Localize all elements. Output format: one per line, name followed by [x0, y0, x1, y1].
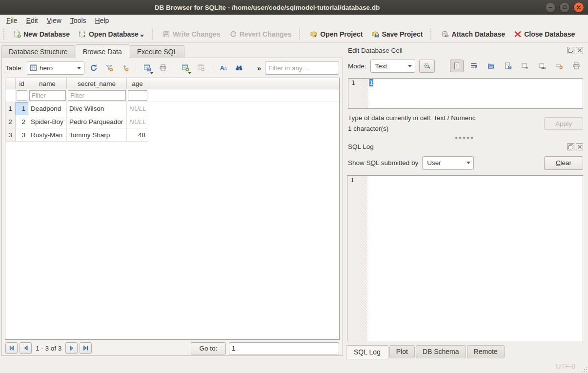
revert-changes-button[interactable]: Revert Changes — [226, 28, 295, 40]
copy-to-clipboard-button[interactable] — [518, 60, 532, 72]
sql-log-filter-arrow-icon[interactable] — [464, 157, 473, 169]
filter-input-id[interactable] — [17, 90, 27, 101]
close-button[interactable] — [573, 2, 584, 13]
menu-file[interactable]: File — [2, 16, 22, 25]
first-record-button[interactable] — [5, 342, 18, 354]
clear-filter-icon — [105, 64, 113, 72]
column-header-age[interactable]: age — [127, 78, 148, 89]
toolbar-overflow-chevron[interactable]: » — [257, 64, 261, 72]
tab-plot[interactable]: Plot — [389, 345, 415, 358]
tab-execute-sql[interactable]: Execute SQL — [130, 45, 185, 58]
grid-corner-header[interactable] — [5, 78, 16, 89]
save-table-button[interactable] — [141, 62, 154, 74]
word-wrap-button[interactable] — [467, 60, 481, 72]
column-header-id[interactable]: id — [16, 78, 28, 89]
attach-database-button[interactable]: Attach Database — [438, 28, 508, 40]
window-title: DB Browser for SQLite - /home/user/code/… — [0, 4, 534, 11]
goto-input[interactable] — [229, 342, 339, 354]
maximize-button[interactable] — [559, 2, 570, 13]
print-table-button[interactable] — [157, 62, 169, 74]
column-header-secret-name[interactable]: secret_name — [67, 78, 127, 89]
mode-select[interactable]: Text — [370, 60, 415, 73]
cell-secret-name[interactable]: Tommy Sharp — [67, 128, 127, 142]
print-cell-button[interactable] — [569, 60, 583, 72]
cell-age[interactable]: NULL — [127, 115, 148, 128]
tab-database-structure[interactable]: Database Structure — [1, 45, 75, 58]
delete-record-button[interactable] — [195, 62, 207, 74]
font-settings-button[interactable]: A A — [217, 62, 230, 74]
save-project-button[interactable]: Save Project — [368, 28, 426, 40]
filter-input-age[interactable] — [128, 90, 147, 101]
row-number[interactable]: 3 — [5, 128, 16, 142]
float-dock-button[interactable] — [567, 47, 574, 54]
row-number[interactable]: 2 — [5, 115, 16, 128]
tab-db-schema[interactable]: DB Schema — [416, 345, 466, 358]
new-database-button[interactable]: New Database — [10, 28, 73, 40]
cell-name[interactable]: Spider-Boy — [28, 115, 67, 128]
write-changes-button[interactable]: Write Changes — [159, 28, 224, 40]
titlebar[interactable]: DB Browser for SQLite - /home/user/code/… — [0, 0, 588, 15]
tab-sql-log[interactable]: SQL Log — [346, 345, 388, 359]
close-database-button[interactable]: Close Database — [510, 28, 578, 40]
previous-record-button[interactable] — [20, 342, 32, 354]
goto-button[interactable]: Go to: — [191, 342, 226, 354]
cell-editor-text[interactable]: 1 — [368, 79, 583, 108]
cell-age[interactable]: NULL — [127, 102, 148, 115]
import-data-button[interactable] — [484, 60, 498, 72]
cell-secret-name[interactable]: Dive Wilson — [67, 102, 127, 115]
filter-any-input[interactable] — [265, 62, 339, 75]
apply-button[interactable]: Apply — [544, 117, 583, 130]
menu-tools[interactable]: Tools — [66, 16, 91, 25]
sql-log-editor[interactable]: 1 — [347, 175, 583, 341]
table-select-arrow-icon[interactable] — [74, 62, 84, 74]
cell-secret-name[interactable]: Pedro Parqueador — [67, 115, 127, 128]
edit-cell-dock-buttons — [567, 47, 583, 54]
close-dock-button[interactable] — [576, 47, 583, 54]
minimize-button[interactable] — [545, 2, 556, 13]
main-tabbar: Database Structure Browse Data Execute S… — [1, 44, 343, 58]
last-record-button[interactable] — [80, 342, 92, 354]
toolbar-drag-handle[interactable] — [3, 29, 6, 40]
resize-grip[interactable] — [582, 367, 587, 372]
filter-input-secret-name[interactable] — [68, 90, 126, 101]
open-database-dropdown-caret[interactable] — [140, 35, 144, 37]
clear-log-button[interactable]: Clear — [544, 156, 583, 170]
filter-input-name[interactable] — [29, 90, 66, 101]
cell-name[interactable]: Rusty-Man — [28, 128, 67, 142]
refresh-button[interactable] — [87, 62, 100, 74]
auto-apply-button[interactable] — [419, 60, 435, 73]
open-database-button[interactable]: Open Database — [75, 28, 147, 40]
cell-name[interactable]: Deadpond — [28, 102, 67, 115]
find-button[interactable] — [233, 62, 245, 74]
clear-filters-button[interactable] — [103, 62, 116, 74]
cell-age[interactable]: 48 — [127, 128, 148, 142]
menu-edit[interactable]: Edit — [22, 16, 42, 25]
sql-log-filter-select[interactable]: User — [422, 156, 474, 170]
dock-splitter[interactable]: ●●●●● — [345, 135, 584, 141]
close-dock-button[interactable] — [576, 143, 583, 150]
insert-record-button[interactable] — [179, 62, 192, 74]
cell-editor[interactable]: 1 1 — [348, 78, 583, 109]
save-table-dropdown-caret[interactable] — [150, 72, 153, 74]
mode-select-arrow-icon[interactable] — [405, 60, 415, 72]
open-in-external-button[interactable] — [535, 60, 549, 72]
column-header-name[interactable]: name — [28, 78, 67, 89]
text-mode-button[interactable] — [450, 60, 464, 72]
menu-help[interactable]: Help — [91, 16, 114, 25]
row-number[interactable]: 1 — [5, 102, 16, 115]
tab-browse-data[interactable]: Browse Data — [76, 44, 129, 58]
menu-view[interactable]: View — [42, 16, 66, 25]
next-record-button[interactable] — [65, 342, 78, 354]
float-dock-button[interactable] — [567, 143, 574, 150]
cell-id[interactable]: 2 — [16, 115, 28, 128]
cell-id[interactable]: 3 — [16, 128, 28, 142]
tab-remote[interactable]: Remote — [467, 345, 505, 358]
table-select[interactable]: hero — [27, 62, 84, 75]
export-data-button[interactable] — [501, 60, 515, 72]
insert-record-dropdown-caret[interactable] — [188, 72, 191, 74]
open-project-button[interactable]: Open Project — [306, 28, 366, 40]
sql-log-text[interactable] — [367, 176, 583, 341]
cell-id[interactable]: 1 — [16, 102, 28, 115]
clear-sort-button[interactable] — [119, 62, 131, 74]
set-null-button[interactable] — [552, 60, 566, 72]
